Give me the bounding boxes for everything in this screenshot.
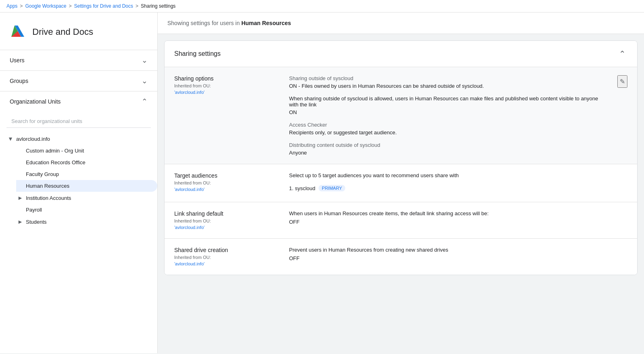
search-org-input[interactable] [6,115,151,128]
groups-nav-header[interactable]: Groups ⌄ [0,71,157,91]
shared-drive-status: OFF [289,255,627,261]
sharing-options-inherited-label: Inherited from OU: [174,83,279,88]
target-audiences-inherited-link[interactable]: 'avlorcloud.info' [174,187,205,192]
sharing-visible-text: When sharing outside of syscloud is allo… [289,95,608,108]
tree-item-institution-accounts[interactable]: ► Institution Accounts [16,192,157,204]
org-units-label: Organizational Units [10,98,61,105]
shared-drive-inherited-label: Inherited from OU: [174,255,279,260]
sharing-options-label-col: Sharing options Inherited from OU: 'avlo… [174,75,279,156]
content-area: Showing settings for users in Human Reso… [158,13,644,353]
link-sharing-inherited-label: Inherited from OU: [174,218,279,223]
breadcrumb-settings-drive[interactable]: Settings for Drive and Docs [74,3,133,9]
settings-panel-header: Sharing settings ⌃ [165,41,637,67]
nav-section-users: Users ⌄ [0,50,157,71]
students-expand-icon: ► [16,218,24,225]
shared-drive-description: Prevent users in Human Resources from cr… [289,247,627,253]
users-chevron-icon: ⌄ [141,56,148,65]
audience-number: 1. [289,185,293,191]
link-sharing-label: Link sharing default [174,210,279,217]
shared-drive-value-col: Prevent users in Human Resources from cr… [289,247,627,267]
breadcrumb-apps[interactable]: Apps [6,3,17,9]
collapse-panel-button[interactable]: ⌃ [617,47,627,60]
sidebar-header: Drive and Docs [0,13,157,50]
access-checker-text: Recipients only, or suggested target aud… [289,129,608,136]
settings-panel-title: Sharing settings [174,50,221,57]
breadcrumb-current: Sharing settings [141,3,175,9]
institution-accounts-expand-icon: ► [16,195,24,201]
link-sharing-value-col: When users in Human Resources create ite… [289,210,627,230]
tree-item-label-education-records: Education Records Office [24,159,154,165]
target-audiences-label-col: Target audiences Inherited from OU: 'avl… [174,172,279,194]
sharing-outside-text: ON - Files owned by users in Human Resou… [289,83,608,89]
breadcrumb-sep-2: > [69,3,72,9]
setting-row-shared-drive: Shared drive creation Inherited from OU:… [165,239,637,275]
tree-item-education-records[interactable]: Education Records Office [16,157,157,168]
link-sharing-label-col: Link sharing default Inherited from OU: … [174,210,279,230]
sharing-options-inherited-link[interactable]: 'avlorcloud.info' [174,90,205,95]
tree-item-label-students: Students [24,219,154,225]
sharing-visible-status: ON [289,109,608,115]
drive-logo-icon [10,24,26,40]
tree-root-item[interactable]: ▼ avlorcloud.info [6,133,157,145]
tree-item-human-resources[interactable]: Human Resources [16,180,157,192]
access-checker-section: Access Checker Recipients only, or sugge… [289,122,608,136]
audience-row-1: 1. syscloud PRIMARY [289,182,627,194]
breadcrumb-sep-1: > [20,3,23,9]
setting-row-sharing-options: Sharing options Inherited from OU: 'avlo… [165,67,637,164]
settings-panel: Sharing settings ⌃ Sharing options Inher… [164,40,638,275]
distributing-text: Anyone [289,150,608,156]
tree-item-label-faculty-group: Faculty Group [24,171,154,177]
target-audiences-value-col: Select up to 5 target audiences you want… [289,172,627,194]
tree-item-payroll[interactable]: Payroll [16,204,157,216]
setting-row-target-audiences: Target audiences Inherited from OU: 'avl… [165,164,637,202]
org-units-chevron-icon: ⌃ [141,97,148,106]
breadcrumb-google-workspace[interactable]: Google Workspace [25,3,66,9]
root-expand-icon: ▼ [6,136,15,142]
tree-item-label-human-resources: Human Resources [24,183,154,189]
target-audiences-inherited-label: Inherited from OU: [174,180,279,185]
tree-item-faculty-group[interactable]: Faculty Group [16,168,157,180]
org-tree: ▼ avlorcloud.info Custom admin - Org Uni… [0,133,157,228]
target-audiences-description: Select up to 5 target audiences you want… [289,172,627,178]
org-units-section: Organizational Units ⌃ ▼ avlorcloud.info… [0,91,157,233]
tree-root-label: avlorcloud.info [15,136,154,142]
tree-item-label-payroll: Payroll [24,207,154,213]
nav-section-groups: Groups ⌄ [0,71,157,91]
breadcrumb-sep-3: > [135,3,138,9]
users-nav-header[interactable]: Users ⌄ [0,50,157,70]
showing-org: Human Resources [241,20,291,26]
groups-chevron-icon: ⌄ [141,76,148,85]
org-units-header[interactable]: Organizational Units ⌃ [0,91,157,112]
distributing-title: Distributing content outside of syscloud [289,142,608,148]
groups-nav-label: Groups [10,78,28,84]
link-sharing-inherited-link[interactable]: 'avlorcloud.info' [174,225,205,230]
distributing-section: Distributing content outside of syscloud… [289,142,608,156]
tree-item-label-custom-admin: Custom admin - Org Unit [24,148,154,154]
tree-item-custom-admin[interactable]: Custom admin - Org Unit [16,145,157,157]
audience-primary-badge: PRIMARY [319,185,345,191]
sharing-options-label: Sharing options [174,75,279,82]
sharing-outside-section: Sharing outside of syscloud ON - Files o… [289,75,608,89]
shared-drive-label-col: Shared drive creation Inherited from OU:… [174,247,279,267]
breadcrumb: Apps > Google Workspace > Settings for D… [0,0,644,13]
shared-drive-inherited-link[interactable]: 'avlorcloud.info' [174,261,205,266]
sharing-outside-title: Sharing outside of syscloud [289,75,608,81]
tree-children: Custom admin - Org Unit Education Record… [6,145,157,228]
shared-drive-label: Shared drive creation [174,247,279,253]
edit-sharing-options-button[interactable]: ✎ [617,75,627,88]
tree-item-label-institution-accounts: Institution Accounts [24,195,154,201]
users-nav-label: Users [10,57,25,64]
sharing-visible-section: When sharing outside of syscloud is allo… [289,95,608,115]
sidebar-app-title: Drive and Docs [32,27,93,37]
setting-row-link-sharing: Link sharing default Inherited from OU: … [165,202,637,239]
link-sharing-status: OFF [289,219,627,225]
showing-bar: Showing settings for users in Human Reso… [158,13,644,34]
audience-name: syscloud [295,185,315,191]
sharing-options-value-col: Sharing outside of syscloud ON - Files o… [289,75,608,156]
access-checker-title: Access Checker [289,122,608,128]
target-audiences-label: Target audiences [174,172,279,179]
sidebar: Drive and Docs Users ⌄ Groups ⌄ Organiza… [0,13,158,353]
tree-item-students[interactable]: ► Students [16,216,157,228]
link-sharing-description: When users in Human Resources create ite… [289,210,627,216]
showing-prefix: Showing settings for users in [167,20,240,26]
